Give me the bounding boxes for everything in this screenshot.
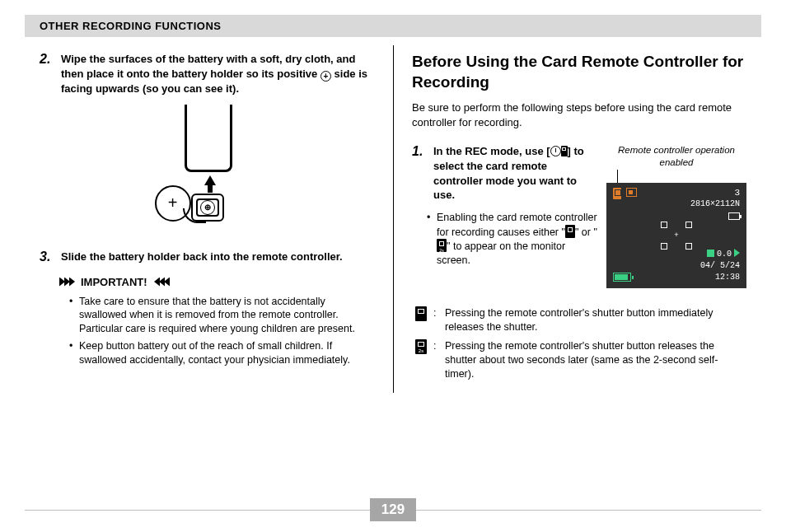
content-columns: 2. Wipe the surfaces of the battery with… xyxy=(0,45,786,393)
arrow-up-icon xyxy=(204,175,216,185)
step-1-number: 1. xyxy=(412,144,433,202)
icon-legend: : Pressing the remote controller's shutt… xyxy=(415,306,746,380)
step-1-text: In the REC mode, use [] to select the ca… xyxy=(433,144,598,202)
sub-text-mid: " or " xyxy=(575,226,597,238)
plus-icon: + xyxy=(320,71,331,82)
section-intro: Be sure to perform the following steps b… xyxy=(412,100,746,129)
step-1-sub-text: Enabling the card remote controller for … xyxy=(437,211,598,268)
section-header-text: OTHER RECORDING FUNCTIONS xyxy=(40,20,222,32)
important-item-text: Keep button battery out of the reach of … xyxy=(79,339,375,367)
sub-text-post: " to appear on the monitor screen. xyxy=(437,240,565,266)
battery-illustration: + ⊕ xyxy=(40,105,375,236)
screen-date: 04/ 5/24 xyxy=(700,261,740,270)
remote-immediate-icon xyxy=(415,306,427,321)
callout-line xyxy=(617,170,618,183)
chevron-left-icon xyxy=(154,278,169,287)
step-2-text-pre: Wipe the surfaces of the battery with a … xyxy=(61,53,355,80)
screen-time: 12:38 xyxy=(715,273,740,282)
ev-number: 0.0 xyxy=(717,250,732,259)
battery-holder-plus-icon: ⊕ xyxy=(200,200,215,215)
step-1-sub-bullet: • Enabling the card remote controller fo… xyxy=(427,211,598,268)
legend-row: : Pressing the remote controller's shutt… xyxy=(415,339,746,381)
screen-focus-frame-icon xyxy=(661,222,692,250)
camera-screen: 3 2816×2112N 0.0 04/ 5/24 12:38 xyxy=(606,183,746,288)
bullet-icon: • xyxy=(69,339,79,367)
remote-immediate-icon xyxy=(565,225,575,238)
screen-remote-icon xyxy=(613,188,621,199)
step-3-text: Slide the battery holder back into the r… xyxy=(61,250,343,264)
important-label: IMPORTANT! xyxy=(81,276,147,288)
legend-row: : Pressing the remote controller's shutt… xyxy=(415,306,746,334)
screen-resolution: 2816×2112N xyxy=(690,199,740,208)
page-footer: 129 xyxy=(25,499,761,520)
ev-box-icon xyxy=(707,250,714,257)
legend-colon: : xyxy=(433,306,445,334)
bullet-icon: • xyxy=(69,295,79,337)
right-column: Before Using the Card Remote Controller … xyxy=(393,45,761,393)
camera-figure: Remote controller operation enabled 3 28… xyxy=(606,144,746,288)
remote-body-shape xyxy=(185,105,232,172)
important-item: • Keep button battery out of the reach o… xyxy=(69,339,375,367)
legend-colon: : xyxy=(433,339,445,381)
step-3: 3. Slide the battery holder back into th… xyxy=(40,250,375,264)
footer-rule xyxy=(25,510,370,511)
screen-shot-count: 3 xyxy=(734,188,740,198)
step-2: 2. Wipe the surfaces of the battery with… xyxy=(40,52,375,96)
screen-battery-icon xyxy=(613,273,631,282)
important-item-text: Take care to ensure that the battery is … xyxy=(79,295,375,337)
step-2-text: Wipe the surfaces of the battery with a … xyxy=(61,52,375,96)
camera-caption: Remote controller operation enabled xyxy=(606,144,746,168)
remote-selftimer-icon xyxy=(415,339,427,354)
timer-icon xyxy=(550,146,561,156)
footer-rule xyxy=(416,510,761,511)
section-title: Before Using the Card Remote Controller … xyxy=(412,52,746,92)
page-number: 129 xyxy=(370,498,416,521)
important-heading: IMPORTANT! xyxy=(59,276,375,288)
screen-ev-value: 0.0 xyxy=(707,249,740,259)
left-column: 2. Wipe the surfaces of the battery with… xyxy=(25,45,393,393)
chevron-right-icon xyxy=(59,278,74,287)
section-header: OTHER RECORDING FUNCTIONS xyxy=(25,15,761,37)
screen-mode-icon xyxy=(626,188,637,197)
screen-card-icon xyxy=(728,212,740,220)
remote-selftimer-icon xyxy=(437,239,447,252)
remote-icon xyxy=(561,146,568,156)
important-item: • Take care to ensure that the battery i… xyxy=(69,295,375,337)
bullet-icon: • xyxy=(427,211,437,268)
ev-triangle-icon xyxy=(734,249,740,257)
step-2-number: 2. xyxy=(40,52,61,96)
legend-text: Pressing the remote controller's shutter… xyxy=(445,306,746,334)
step-1: 1. In the REC mode, use [] to select the… xyxy=(412,144,598,202)
legend-text: Pressing the remote controller's shutter… xyxy=(445,339,746,381)
important-list: • Take care to ensure that the battery i… xyxy=(69,295,375,367)
step-1-row: 1. In the REC mode, use [] to select the… xyxy=(412,144,746,288)
step-1-text-pre: In the REC mode, use [ xyxy=(433,145,550,157)
step-3-number: 3. xyxy=(40,250,61,264)
